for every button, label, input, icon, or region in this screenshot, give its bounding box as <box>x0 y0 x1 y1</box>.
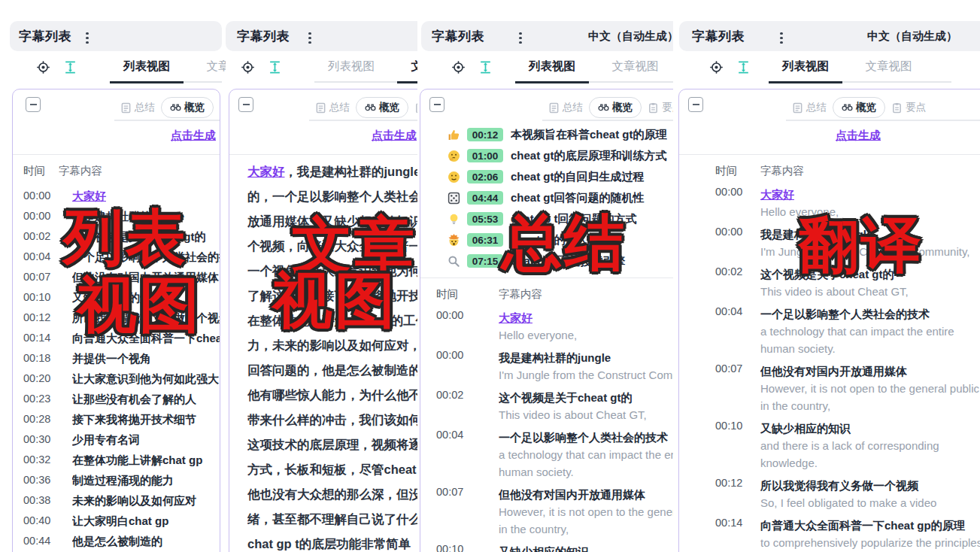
summary-tab-要点[interactable]: 要点 <box>408 98 417 120</box>
tab-list-view[interactable]: 列表视图 <box>515 56 589 83</box>
row-text-en: I'm Jungle from the Construct Community, <box>499 366 673 384</box>
row-time: 00:00 <box>23 206 59 226</box>
overview-chip-row[interactable]: 01:00cheat gt的底层原理和训练方式 <box>420 145 673 166</box>
subtitle-row[interactable]: 00:36制造过程涌现的能力 <box>13 470 220 490</box>
row-text-zh[interactable]: 大家好 <box>72 186 220 206</box>
summary-tab-要点[interactable]: 要点 <box>642 98 673 120</box>
subtitle-row[interactable]: 00:07但他没有对国内开放通用媒体However, it is not ope… <box>420 486 673 538</box>
row-text-zh[interactable]: 大家好 <box>499 309 673 326</box>
summary-tab-总结[interactable]: 总结 <box>786 98 833 120</box>
overview-chip-row[interactable]: 02:06cheat gt的自回归生成过程 <box>420 166 673 187</box>
collapse-button[interactable] <box>26 97 41 112</box>
overview-chip-row[interactable]: 00:12本视频旨在科普cheat gt的原理 <box>420 124 673 145</box>
annotation-stamp: 列表 <box>63 208 188 268</box>
list-header: 时间 字幕内容 <box>679 155 980 186</box>
summary-tab-bar: 总结概览要点 <box>114 96 220 121</box>
subtitle-row[interactable]: 00:30少用专有名词 <box>13 429 220 450</box>
divider <box>229 154 417 155</box>
article-line: 大家好，我是建构社群的jungle， <box>247 159 417 184</box>
summary-tab-要点[interactable]: 要点 <box>214 98 220 120</box>
subtitle-row[interactable]: 00:28接下来我将抛开技术细节 <box>13 409 220 429</box>
subtitle-row[interactable]: 00:44他是怎么被制造的 <box>13 531 220 551</box>
row-text-zh[interactable]: 大家好 <box>760 186 980 203</box>
overview-chip-row[interactable]: 04:44cheat gt回答问题的随机性 <box>420 187 673 208</box>
kebab-menu-icon[interactable] <box>778 29 784 47</box>
panel-header: 字幕列表 中文（自动生成） <box>421 21 673 51</box>
summary-tab-概览[interactable]: 概览 <box>589 97 642 118</box>
collapse-button[interactable] <box>688 97 703 112</box>
collapse-button[interactable] <box>429 97 444 112</box>
tab-list-view[interactable]: 列表视图 <box>769 56 842 83</box>
subtitle-row[interactable]: 00:04一个足以影响整个人类社会的技术a technology that ca… <box>679 305 980 357</box>
tab-article-view[interactable]: 文章视图 <box>397 56 417 83</box>
row-time: 00:12 <box>715 477 760 511</box>
tab-article-view[interactable]: 文章视图 <box>598 56 672 81</box>
subtitle-row[interactable]: 00:00大家好 <box>13 186 220 206</box>
tab-article-view[interactable]: 文章视图 <box>851 56 925 81</box>
subtitle-row[interactable]: 00:10又缺少相应的知识and there is a lack of corr… <box>679 420 980 472</box>
expand-vertical-icon[interactable] <box>63 60 77 74</box>
tab-list-view[interactable]: 列表视图 <box>314 56 388 81</box>
row-text-en: to comprehensively popularize the princi… <box>760 534 980 551</box>
subtitle-row[interactable]: 00:00大家好Hello everyone, <box>420 309 673 344</box>
summary-tab-总结[interactable]: 总结 <box>542 98 589 120</box>
collapse-button[interactable] <box>238 97 253 112</box>
locate-subtitle-icon[interactable] <box>709 60 724 74</box>
subtitle-row[interactable]: 00:12所以我觉得我有义务做一个视频So, I feel obligated … <box>679 477 980 511</box>
subtitle-row[interactable]: 00:18并提供一个视角 <box>13 348 220 369</box>
subtitle-row[interactable]: 00:32在整体功能上讲解chat gp <box>13 450 220 470</box>
summary-tab-总结[interactable]: 总结 <box>309 98 356 120</box>
subtitle-row[interactable]: 00:14向普通大众全面科普一下cheat gp的原理to comprehens… <box>679 517 980 552</box>
generate-summary-link[interactable]: 点击生成 <box>372 129 417 141</box>
row-time: 00:12 <box>23 308 59 328</box>
generate-summary-link[interactable]: 点击生成 <box>171 129 216 141</box>
row-time: 00:04 <box>715 305 760 357</box>
subtitle-row[interactable]: 00:20让大家意识到他为何如此强大 <box>13 369 220 389</box>
view-tab-bar: 列表视图 文章视图 <box>0 56 226 84</box>
locate-subtitle-icon[interactable] <box>36 60 50 74</box>
locate-subtitle-icon[interactable] <box>241 60 255 74</box>
panel-title: 字幕列表 <box>692 28 745 45</box>
chip-timestamp[interactable]: 01:00 <box>467 149 503 162</box>
language-label[interactable]: 中文（自动生成） <box>588 29 673 44</box>
subtitle-row[interactable]: 00:00我是建构社群的jungleI'm Jungle from the Co… <box>420 349 673 384</box>
generate-summary-link[interactable]: 点击生成 <box>836 129 881 141</box>
row-time: 00:07 <box>436 486 499 538</box>
summary-tab-总结[interactable]: 总结 <box>114 98 161 120</box>
subtitle-row[interactable]: 00:04一个足以影响整个人类社会的技术a technology that ca… <box>420 429 673 481</box>
subtitle-box: 总结概览要点 00:12本视频旨在科普cheat gt的原理01:00cheat… <box>420 89 673 552</box>
subtitle-row[interactable]: 00:02这个视频是关于cheat gt的This video is about… <box>420 389 673 423</box>
summary-tab-bar: 总结概览要点 <box>309 96 417 121</box>
tab-article-view[interactable]: 文章视图 <box>193 56 226 81</box>
chip-timestamp[interactable]: 07:15 <box>467 254 503 268</box>
summary-tab-要点[interactable]: 要点 <box>885 98 932 120</box>
chip-timestamp[interactable]: 06:31 <box>467 233 503 247</box>
chip-timestamp[interactable]: 00:12 <box>467 128 503 141</box>
tab-list-view[interactable]: 列表视图 <box>110 56 184 83</box>
expand-vertical-icon[interactable] <box>478 60 493 74</box>
subtitle-row[interactable]: 00:40让大家明白chat gp <box>13 511 220 531</box>
subtitle-row[interactable]: 00:10又缺少相应的知识 <box>420 543 673 552</box>
subtitle-row[interactable]: 00:23让那些没有机会了解的人 <box>13 389 220 409</box>
expand-vertical-icon[interactable] <box>736 60 751 74</box>
expand-vertical-icon[interactable] <box>268 60 282 74</box>
chip-timestamp[interactable]: 04:44 <box>467 191 503 205</box>
subtitle-row[interactable]: 00:07但他没有对国内开放通用媒体However, it is not ope… <box>679 362 980 414</box>
chip-timestamp[interactable]: 05:53 <box>467 212 503 226</box>
locate-subtitle-icon[interactable] <box>451 60 466 74</box>
view-tab-bar: 列表视图 文章视图 <box>417 56 673 84</box>
chip-timestamp[interactable]: 02:06 <box>467 170 503 183</box>
subtitle-row[interactable]: 00:38未来的影响以及如何应对 <box>13 490 220 511</box>
kebab-menu-icon[interactable] <box>84 29 90 47</box>
binoculars-icon <box>598 102 609 114</box>
subtitle-list: 00:00大家好Hello everyone,00:00我是建构社群的jungl… <box>420 309 673 552</box>
summary-tab-概览[interactable]: 概览 <box>161 97 214 118</box>
summary-tab-概览[interactable]: 概览 <box>833 97 885 118</box>
col-content: 字幕内容 <box>760 164 980 178</box>
article-lead-link[interactable]: 大家好 <box>247 165 285 178</box>
kebab-menu-icon[interactable] <box>307 29 313 47</box>
language-label[interactable]: 中文（自动生成） <box>867 29 957 44</box>
kebab-menu-icon[interactable] <box>517 29 523 47</box>
col-time: 时间 <box>436 287 499 302</box>
summary-tab-概览[interactable]: 概览 <box>356 97 408 118</box>
